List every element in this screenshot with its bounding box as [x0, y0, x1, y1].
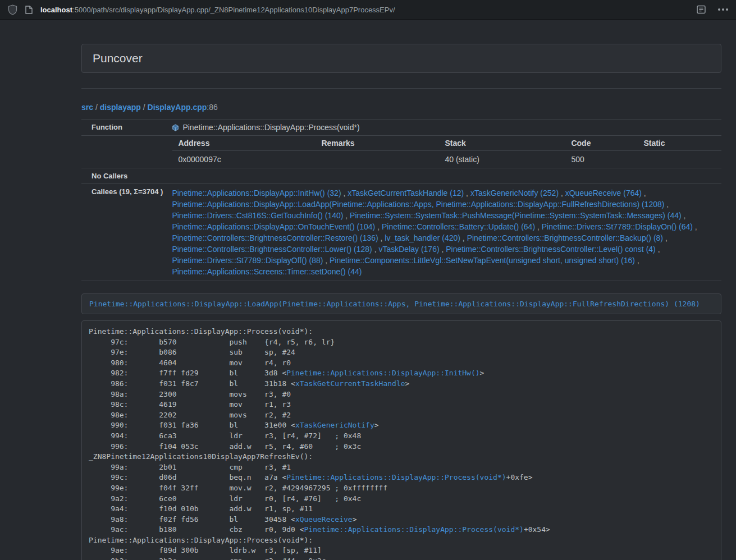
breadcrumb-separator: /	[141, 103, 148, 112]
callee-separator: ,	[693, 222, 697, 231]
document-icon	[25, 6, 33, 14]
callee-link[interactable]: Pinetime::Drivers::St7789::DisplayOff() …	[172, 256, 323, 265]
stats-header-row: AddressRemarksStackCodeStatic	[172, 136, 721, 151]
shield-icon[interactable]	[8, 4, 17, 15]
callee-link[interactable]: vTaskDelay (176)	[378, 245, 439, 254]
callee-separator: ,	[663, 233, 668, 242]
page-title: Puncover	[93, 52, 143, 65]
callee-link[interactable]: Pinetime::Drivers::St7789::DisplayOn() (…	[542, 222, 693, 231]
callees-list: Pinetime::Applications::DisplayApp::Init…	[166, 184, 721, 281]
callee-link[interactable]: Pinetime::Applications::DisplayApp::OnTo…	[172, 222, 375, 231]
callee-separator: ,	[635, 256, 639, 265]
breadcrumb-link[interactable]: src	[81, 103, 93, 112]
callee-separator: ,	[378, 233, 385, 242]
callee-separator: ,	[664, 200, 669, 209]
reader-mode-icon[interactable]	[697, 5, 706, 14]
column-header-remarks: Remarks	[316, 136, 439, 151]
overflow-menu-icon[interactable]	[718, 8, 728, 11]
stat-value: 40 (static)	[439, 151, 565, 168]
table-row-function: Function Pinetime::Applications::Display…	[81, 120, 721, 136]
breadcrumb-link[interactable]: displayapp	[100, 103, 141, 112]
symbol-link[interactable]: Pinetime::Applications::DisplayApp::Proc…	[304, 525, 524, 534]
function-name: Pinetime::Applications::DisplayApp::Proc…	[182, 123, 359, 132]
callee-separator: ,	[460, 233, 467, 242]
page-header: Puncover	[81, 44, 721, 73]
callee-separator: ,	[559, 189, 565, 198]
column-header-address: Address	[172, 136, 316, 151]
callee-separator: ,	[682, 211, 686, 220]
highlighted-symbol-box: Pinetime::Applications::DisplayApp::Load…	[81, 293, 721, 314]
function-label: Function	[81, 120, 166, 136]
callee-link[interactable]: Pinetime::Controllers::Battery::Update()…	[382, 222, 535, 231]
disassembly-code: Pinetime::Applications::DisplayApp::Proc…	[81, 320, 721, 560]
callee-link[interactable]: lv_task_handler (420)	[385, 233, 460, 242]
breadcrumb-link[interactable]: DisplayApp.cpp	[148, 103, 207, 112]
callee-link[interactable]: Pinetime::Applications::DisplayApp::Load…	[172, 200, 664, 209]
divider	[81, 88, 721, 89]
table-row-no-callers: No Callers	[81, 168, 721, 184]
function-icon	[172, 124, 179, 131]
callee-link[interactable]: Pinetime::Drivers::Cst816S::GetTouchInfo…	[172, 211, 343, 220]
callee-link[interactable]: Pinetime::Controllers::BrightnessControl…	[467, 233, 663, 242]
callee-separator: ,	[323, 256, 330, 265]
callees-label: Callees (19, Σ=3704 )	[81, 184, 166, 281]
url-path: :5000/path/src/displayapp/DisplayApp.cpp…	[72, 6, 395, 14]
stat-value: 500	[565, 151, 638, 168]
callee-link[interactable]: Pinetime::Components::LittleVgl::SetNewT…	[330, 256, 635, 265]
callee-separator: ,	[535, 222, 542, 231]
callee-separator: ,	[464, 189, 470, 198]
browser-toolbar: localhost:5000/path/src/displayapp/Displ…	[0, 0, 736, 20]
breadcrumb-line-number: :86	[207, 103, 217, 112]
no-callers-label: No Callers	[81, 168, 166, 184]
table-row-stats: AddressRemarksStackCodeStatic 0x0000097c…	[81, 136, 721, 168]
symbol-link[interactable]: Pinetime::Applications::DisplayApp::Init…	[286, 369, 479, 377]
symbol-link[interactable]: xTaskGenericNotify	[295, 421, 374, 429]
breadcrumb: src / displayapp / DisplayApp.cpp:86	[81, 103, 721, 112]
stat-value	[638, 151, 721, 168]
symbol-link[interactable]: xTaskGetCurrentTaskHandle	[295, 379, 405, 388]
callee-link[interactable]: Pinetime::Controllers::BrightnessControl…	[446, 245, 655, 254]
callee-link[interactable]: xQueueReceive (764)	[565, 189, 642, 198]
symbol-link[interactable]: Pinetime::Applications::DisplayApp::Proc…	[286, 473, 506, 481]
callee-separator: ,	[440, 245, 446, 254]
stats-value-row: 0x0000097c40 (static)500	[172, 151, 721, 168]
address-bar[interactable]: localhost:5000/path/src/displayapp/Displ…	[40, 6, 395, 14]
stat-value	[316, 151, 439, 168]
callee-link[interactable]: xTaskGenericNotify (252)	[470, 189, 559, 198]
symbol-link[interactable]: xQueueReceive	[295, 515, 353, 524]
callee-separator: ,	[341, 189, 348, 198]
function-table: Function Pinetime::Applications::Display…	[81, 119, 721, 281]
empty-label-cell	[81, 136, 166, 168]
callee-link[interactable]: Pinetime::Applications::DisplayApp::Init…	[172, 189, 341, 198]
column-header-stack: Stack	[439, 136, 565, 151]
callee-separator: ,	[372, 245, 379, 254]
table-row-callees: Callees (19, Σ=3704 ) Pinetime::Applicat…	[81, 184, 721, 281]
callee-separator: ,	[656, 245, 660, 254]
callee-link[interactable]: Pinetime::Controllers::BrightnessControl…	[172, 245, 372, 254]
stats-table: AddressRemarksStackCodeStatic 0x0000097c…	[172, 136, 721, 168]
callee-separator: ,	[343, 211, 350, 220]
highlighted-symbol-link[interactable]: Pinetime::Applications::DisplayApp::Load…	[89, 300, 700, 308]
callee-link[interactable]: Pinetime::Applications::Screens::Timer::…	[172, 267, 362, 276]
page-container: Puncover src / displayapp / DisplayApp.c…	[81, 44, 721, 560]
callee-link[interactable]: Pinetime::System::SystemTask::PushMessag…	[350, 211, 682, 220]
column-header-static: Static	[638, 136, 721, 151]
stat-value: 0x0000097c	[172, 151, 316, 168]
callee-separator: ,	[375, 222, 382, 231]
callee-separator: ,	[642, 189, 646, 198]
url-host: localhost	[40, 6, 72, 14]
breadcrumb-separator: /	[93, 103, 100, 112]
column-header-code: Code	[565, 136, 638, 151]
callee-link[interactable]: Pinetime::Controllers::BrightnessControl…	[172, 233, 378, 242]
callee-link[interactable]: xTaskGetCurrentTaskHandle (12)	[348, 189, 464, 198]
